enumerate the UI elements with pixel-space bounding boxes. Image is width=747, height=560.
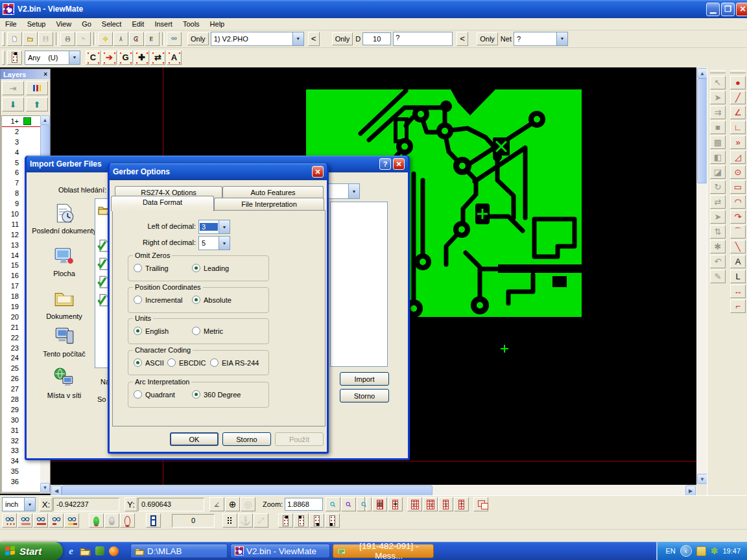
anchor-button[interactable]: ⚓ (238, 513, 253, 528)
radio-absolute[interactable]: Absolute (192, 296, 231, 304)
menu-item[interactable]: File (0, 19, 22, 29)
tool-mirror-h[interactable]: ◧ (710, 150, 726, 164)
scroll-right-icon[interactable]: ▶ (685, 485, 696, 496)
draw-triangle[interactable]: ◿ (730, 150, 746, 164)
save-file-button[interactable] (38, 32, 53, 46)
tool-transform[interactable]: ➤ (710, 210, 726, 224)
dcode-film-button[interactable] (129, 32, 144, 46)
menu-item[interactable]: Insert (149, 19, 178, 29)
draw-arc-pen[interactable]: ⌒ (730, 225, 746, 239)
dcode-input[interactable]: 10 (362, 32, 391, 45)
place-desktop[interactable]: Plocha (30, 245, 98, 277)
draw-round-pad[interactable]: ● (730, 76, 746, 89)
tool-mirror-v[interactable]: ◪ (710, 165, 726, 179)
x-coordinate-button[interactable]: X: (40, 497, 53, 511)
radio-icon[interactable] (134, 264, 142, 272)
dialog-close-button[interactable]: ✕ (312, 166, 324, 178)
relative-origin-button[interactable]: ◎ (241, 497, 255, 511)
only-layer-toggle[interactable]: Only (187, 32, 209, 45)
filter-gerber[interactable]: G (118, 51, 133, 65)
restore-button[interactable]: ❐ (721, 3, 735, 16)
filter-trace-arrow[interactable]: ➔ (102, 51, 117, 65)
draw-bracket[interactable]: ⌐ (730, 299, 746, 313)
radio-icon[interactable] (167, 358, 176, 367)
toolbar-grip[interactable] (730, 70, 746, 73)
scroll-down-icon[interactable]: ▼ (697, 474, 707, 484)
highlight-clear-button[interactable] (120, 513, 135, 528)
import-preview-list[interactable] (330, 202, 388, 367)
view-highlight-button[interactable] (64, 513, 79, 528)
dcode-filter-input[interactable]: ? (393, 32, 453, 46)
pan-right-button[interactable]: → (423, 497, 438, 511)
pan-up-button[interactable]: ↑ (454, 497, 469, 511)
draw-circle-target[interactable]: ⊙ (730, 165, 746, 179)
language-indicator[interactable]: EN (665, 547, 675, 555)
tool-edit-nodes[interactable]: ✎ (710, 270, 726, 283)
place-documents[interactable]: Dokumenty (30, 288, 98, 320)
layer-color-swatch[interactable] (23, 148, 31, 156)
view-selected-button[interactable] (49, 513, 64, 528)
ok-button[interactable]: OK (170, 432, 219, 446)
radio-incremental[interactable]: Incremental (134, 296, 182, 304)
radio-icon[interactable] (192, 264, 200, 272)
view-film-box-button[interactable]: ▯▯ (372, 497, 387, 511)
pan-left-button[interactable]: ← (407, 497, 422, 511)
radio-icon[interactable] (134, 390, 142, 399)
filter-component[interactable]: C (86, 51, 101, 65)
radio-icon[interactable] (192, 390, 200, 399)
selection-mode-combo[interactable]: Any (U) ▼ (25, 51, 80, 65)
tab-file-interpretation[interactable]: File Interpretation (214, 198, 324, 211)
chevron-down-icon[interactable]: ▼ (219, 220, 230, 233)
tool-undo[interactable]: ↶ (710, 255, 726, 268)
view-film-button[interactable] (33, 513, 48, 528)
pan-down-button[interactable]: ↓ (438, 497, 453, 511)
scroll-left-icon[interactable]: ◀ (51, 485, 62, 496)
place-recent-documents[interactable]: Poslední dokumenty (30, 202, 98, 235)
gerber-options-titlebar[interactable]: Gerber Options ✕ (110, 163, 327, 180)
place-network[interactable]: Místa v síti (30, 367, 98, 399)
y-coordinate-button[interactable]: Y: (124, 497, 137, 511)
radio-360-degree[interactable]: 360 Degree (192, 390, 241, 399)
canvas-hscrollbar[interactable]: ◀ ▶ (51, 485, 696, 495)
view-all-films-button[interactable] (167, 32, 182, 46)
overlay-compare-button[interactable] (473, 497, 488, 511)
new-file-button[interactable] (7, 32, 22, 46)
menu-item[interactable]: View (51, 19, 77, 29)
radio-icon[interactable] (192, 327, 200, 335)
radio-metric[interactable]: Metric (192, 327, 223, 335)
tool-settings-gear[interactable]: ✱ (710, 240, 726, 253)
stretch-button[interactable]: ⤢ (254, 513, 268, 528)
quicklaunch-book-icon[interactable] (93, 545, 106, 557)
view-extents-button[interactable]: + (388, 497, 403, 511)
zoom-input[interactable]: 1.8868 (285, 498, 323, 511)
target-origin-button[interactable]: ⊕ (225, 497, 240, 511)
scroll-up-icon[interactable]: ▲ (40, 115, 50, 125)
right-of-decimal-combo[interactable]: 5 ▼ (198, 236, 230, 250)
vscroll-thumb[interactable] (697, 78, 707, 183)
draw-sketch[interactable]: ╲ (730, 240, 746, 253)
layer-color-swatch[interactable] (23, 138, 31, 146)
menu-item[interactable]: Help (205, 19, 230, 29)
radio-trailing[interactable]: Trailing (134, 264, 169, 272)
tool-spread[interactable]: ⇅ (710, 225, 726, 239)
tile-windows-button[interactable] (146, 513, 161, 528)
draw-corner[interactable]: ∠ (730, 106, 746, 119)
draw-arc-chord[interactable]: ◠ (730, 195, 746, 209)
radio-icon[interactable] (134, 296, 142, 304)
layer-color-swatch[interactable] (23, 467, 31, 475)
radio-quadrant[interactable]: Quadrant (134, 390, 175, 399)
window-titlebar[interactable]: V2.bin - ViewMate ▁ ❐ ✕ (0, 0, 747, 18)
tray-notes-icon[interactable] (696, 546, 706, 556)
print-button[interactable] (60, 32, 75, 46)
chevron-down-icon[interactable]: ▼ (219, 237, 230, 250)
net-combo[interactable]: ? ▼ (514, 32, 568, 46)
context-help-button[interactable] (76, 32, 91, 46)
minimize-button[interactable]: ▁ (706, 3, 720, 16)
layers-panel-titlebar[interactable]: Layers × (1, 69, 50, 79)
aperture-draw-button[interactable] (294, 513, 309, 528)
task-viewmate[interactable]: V2.bin - ViewMate (230, 544, 330, 558)
aperture-arc-button[interactable] (309, 513, 324, 528)
menu-item[interactable]: Tools (178, 19, 205, 29)
draw-rectangle[interactable]: ▭ (730, 180, 746, 194)
layer-stack-button[interactable] (26, 81, 48, 95)
